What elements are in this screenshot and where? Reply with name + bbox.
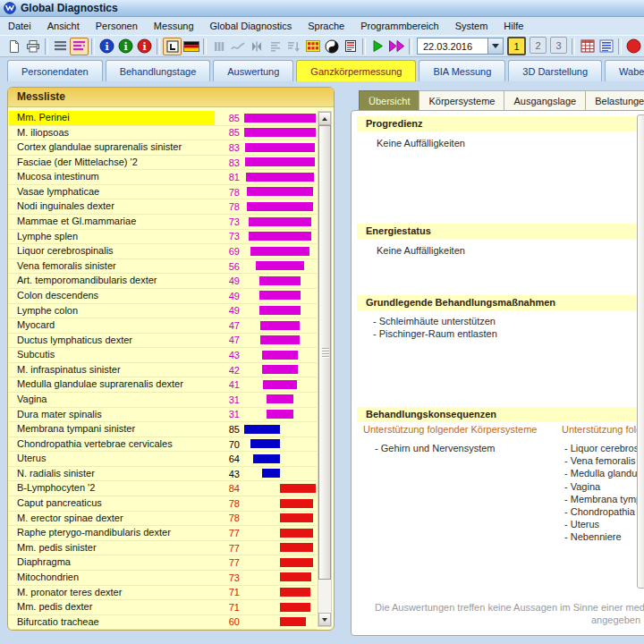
list-item[interactable]: Fasciae (der Mittelachse) '283 [9,156,317,171]
menu-item[interactable]: Messung [146,19,202,33]
right-scrollbar[interactable] [637,114,644,589]
menu-item[interactable]: Programmbereich [352,19,446,33]
tab-ganzk-rpermessung[interactable]: Ganzkörpermessung [296,60,416,81]
list-item-bar-area [243,230,317,244]
list-item-label: Mm. pedis sinister [9,541,215,555]
list-item[interactable]: Mm. pedis dexter71 [9,600,317,615]
list-item[interactable]: Mm. pedis sinister77 [9,541,317,556]
record-red-icon[interactable] [624,38,643,55]
menu-item[interactable]: Ansicht [39,19,88,33]
list-item[interactable]: Nodi inguinales dexter78 [9,199,317,215]
tab-bia-messung[interactable]: BIA Messung [419,60,505,81]
list-item-value: 78 [215,201,243,212]
scroll-up-button[interactable] [318,112,331,125]
list-item[interactable]: Colon descendens49 [9,289,317,304]
menu-item[interactable]: System [447,19,496,33]
list-item[interactable]: B-Lymphocyten '284 [9,481,317,496]
menu-item[interactable]: Personen [88,19,146,33]
german-flag-icon[interactable] [182,38,200,55]
list-item[interactable]: M. infraspinatus sinister42 [9,363,317,378]
list-item[interactable]: Chondropathia vertebrae cervicales70 [9,437,317,453]
color-grid-icon[interactable] [303,38,322,55]
list-item-bar [267,410,292,419]
list-item-bar-area [243,274,317,288]
info-red-icon[interactable]: i [135,38,154,55]
list-item[interactable]: Cortex glandulae suprarenalis sinister83 [9,140,317,156]
tab-wabenmessung[interactable]: Wabenmessung [605,60,644,81]
tab-auswertung[interactable]: Auswertung [213,60,293,81]
scroll-thumb[interactable] [318,125,331,580]
list-item[interactable]: Plexus mesentericus superior '254 [9,630,317,631]
print-icon[interactable] [23,38,42,55]
view-button-3[interactable]: 3 [550,37,567,54]
list-item[interactable]: Medulla glandulae suprarenalis dexter41 [9,377,317,393]
list-item[interactable]: Uterus64 [9,452,317,467]
tab-ausgangslage[interactable]: Ausgangslage [504,90,585,111]
list-item[interactable]: Mm. Perinei85 [9,111,317,126]
fast-forward-icon[interactable] [387,38,406,55]
menu-item[interactable]: Sprache [300,19,352,33]
list-item-bar-area [243,437,317,452]
list-item[interactable]: Mammae et Gl.mammariae73 [9,215,317,230]
menu-item[interactable]: Global Diagnostics [202,19,301,33]
messliste-scrollbar[interactable] [318,111,332,627]
list-item[interactable]: Myocard47 [9,318,317,334]
list-item[interactable]: Membrana tympani sinister85 [9,422,317,437]
tab-belastungen[interactable]: Belastungen [585,90,644,111]
list-item[interactable]: Ductus lymphaticus dexter47 [9,334,317,349]
list-item[interactable]: Vasae lymphaticae78 [9,185,317,200]
list-item[interactable]: Bifurcatio tracheae60 [9,615,317,631]
list-item[interactable]: Diaphragma77 [9,555,317,571]
toolbar-separator [45,38,48,55]
date-value[interactable]: 22.03.2016 [417,38,487,55]
measure-list-icon[interactable] [51,38,70,55]
list-item[interactable]: Lymphe splen73 [9,230,317,245]
list-item-bar-area [243,304,317,318]
app-logo-icon [4,2,16,14]
messliste-title: Messliste [8,88,334,107]
report-icon[interactable] [341,38,360,55]
tab-behandlungstage[interactable]: Behandlungstage [106,60,211,81]
list-item-bar-area [243,630,317,631]
list-item[interactable]: N. radialis sinister43 [9,467,317,482]
list-item[interactable]: Art. temporomandibularis dexter49 [9,274,317,289]
list-item[interactable]: Lymphe colon49 [9,304,317,319]
toolbar-separator [203,38,207,55]
list-item[interactable]: M. iliopsoas85 [9,126,317,141]
measure-list-active-icon[interactable] [70,38,89,55]
list-item-bar-area [243,289,317,303]
list-blue-icon[interactable] [597,38,615,55]
info-blue-icon[interactable]: i [97,38,116,55]
date-combobox[interactable]: 22.03.2016 [417,38,504,55]
list-item[interactable]: Dura mater spinalis31 [9,408,317,423]
tab-k-rpersysteme[interactable]: Körpersysteme [419,90,504,111]
list-item[interactable]: M. pronator teres dexter71 [9,586,317,601]
list-item[interactable]: Vagina31 [9,393,317,408]
tab-3d-darstellung[interactable]: 3D Darstellung [508,60,602,81]
menu-item[interactable]: Hilfe [496,19,531,33]
tab-personendaten[interactable]: Personendaten [7,60,103,81]
list-item[interactable]: Subcutis43 [9,348,317,363]
chevron-down-icon[interactable] [487,38,504,55]
list-item[interactable]: Raphe pterygo-mandibularis dexter77 [9,526,317,541]
list-item[interactable]: Caput pancreaticus78 [9,496,317,512]
list-item-label: Chondropathia vertebrae cervicales [9,437,215,452]
list-item[interactable]: Mucosa intestinum81 [9,170,317,185]
clock-icon[interactable] [163,38,182,55]
view-button-2[interactable]: 2 [530,37,547,54]
view-button-1[interactable]: 1 [507,37,526,55]
list-item[interactable]: Liquor cerebrospinalis69 [9,244,317,259]
table-icon[interactable] [578,38,597,55]
yin-yang-icon[interactable] [322,38,341,55]
new-document-icon[interactable] [4,38,23,55]
scroll-down-button[interactable] [318,613,331,626]
menu-item[interactable]: Datei [0,19,39,33]
tab--bersicht[interactable]: Übersicht [359,90,419,111]
play-icon[interactable] [369,38,387,55]
list-item[interactable]: Vena femoralis sinister56 [9,259,317,275]
info-green-icon[interactable]: i [116,38,135,55]
list-item[interactable]: Mitochondrien73 [9,571,317,586]
toolbar-separator [409,38,412,55]
toolbar-separator [572,38,575,55]
list-item[interactable]: M. erector spinae dexter78 [9,512,317,527]
